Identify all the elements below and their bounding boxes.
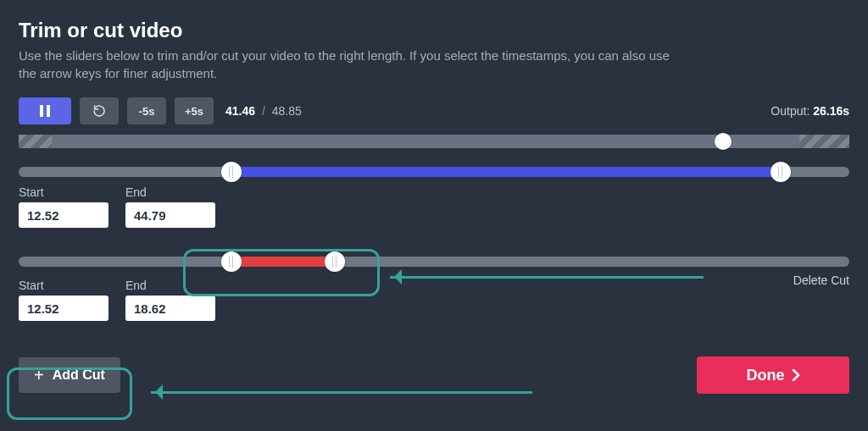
add-cut-button[interactable]: + Add Cut [19,357,120,393]
pause-button[interactable] [19,97,71,124]
replay-button[interactable] [80,97,119,124]
trim-start-input[interactable] [19,202,108,228]
skip-back-button[interactable]: -5s [127,97,166,124]
progress-track[interactable] [19,135,849,148]
trim-start-thumb[interactable] [221,162,242,182]
add-cut-label: Add Cut [53,367,105,383]
progress-excluded-left [19,135,52,148]
cut-end-label: End [125,279,215,292]
time-readout: 41.46 / 48.85 [225,104,302,118]
skip-forward-button[interactable]: +5s [175,97,214,124]
trim-track[interactable] [19,167,849,177]
cut-start-thumb[interactable] [221,251,242,272]
progress-excluded-right [799,135,849,148]
trim-fill [231,167,781,177]
output-readout: Output: 26.16s [771,104,849,118]
cut-end-input[interactable] [125,296,215,321]
current-time: 41.46 [225,104,255,118]
done-button[interactable]: Done [697,356,849,394]
page-title: Trim or cut video [19,19,849,42]
chevron-right-icon [792,369,800,381]
output-value: 26.16s [813,104,849,118]
cut-track[interactable] [19,257,849,267]
trim-end-label: End [125,185,215,199]
time-separator: / [262,104,265,118]
svg-rect-1 [47,105,50,117]
replay-icon [92,104,106,118]
cut-start-input[interactable] [19,296,108,321]
output-label: Output: [771,104,810,118]
trim-start-label: Start [19,185,108,199]
playback-toolbar: -5s +5s 41.46 / 48.85 Output: 26.16s [19,97,849,124]
cut-fill [231,257,336,267]
trim-end-thumb[interactable] [771,162,791,182]
pause-icon [40,105,50,117]
page-subtitle: Use the sliders below to trim and/or cut… [19,47,680,82]
cut-end-thumb[interactable] [325,251,345,272]
trim-end-input[interactable] [125,202,215,228]
svg-rect-0 [40,105,43,117]
total-time: 48.85 [272,104,302,118]
delete-cut-link[interactable]: Delete Cut [793,274,849,287]
plus-icon: + [34,367,44,384]
done-label: Done [747,367,785,384]
cut-start-label: Start [19,279,108,292]
playhead-thumb[interactable] [715,133,732,150]
